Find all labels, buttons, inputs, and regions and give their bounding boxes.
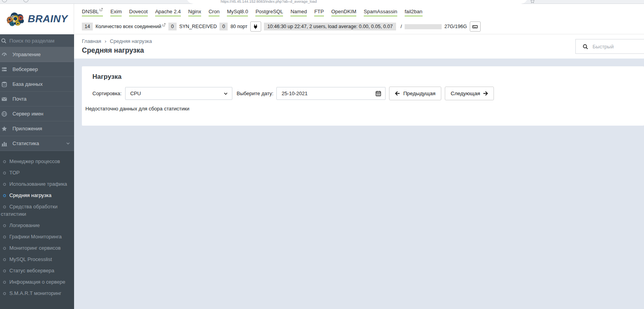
sidebar-item-mail[interactable]: Почта bbox=[0, 92, 74, 107]
brainy-logo-text: BRAINY bbox=[28, 13, 68, 25]
circle-o-icon bbox=[3, 205, 6, 209]
top-nav-link-mysql[interactable]: MySql8.0 bbox=[227, 9, 248, 16]
sidebar-subitem-label: Графики Мониторинга bbox=[9, 234, 62, 240]
connections-count-badge: 14 bbox=[82, 23, 93, 30]
page-head: Главная › Средняя нагрузка Средняя нагру… bbox=[74, 34, 644, 59]
sidebar-item-webserver[interactable]: Вебсервер bbox=[0, 62, 74, 77]
sidebar-menu: УправлениеВебсерверБаза данныхПочтаСерве… bbox=[0, 47, 74, 151]
sidebar-subitem-average-load[interactable]: Средняя нагрузка bbox=[0, 190, 74, 201]
circle-o-icon bbox=[3, 224, 6, 227]
sidebar-subitem-process-manager[interactable]: Менеджер процессов bbox=[0, 156, 74, 167]
sidebar-subitem-label: MySQL Processlist bbox=[9, 256, 52, 262]
sidebar-subitem-label: Статус вебсервера bbox=[9, 268, 54, 273]
top-nav-link-nginx[interactable]: Nginx bbox=[188, 9, 201, 16]
top-nav-link-exim[interactable]: Exim bbox=[110, 9, 122, 16]
top-nav-link-label: OpenDKIM bbox=[331, 9, 356, 14]
previous-button[interactable]: Предыдущая bbox=[389, 87, 441, 100]
globe-icon bbox=[1, 111, 7, 117]
port80-label: 80 порт bbox=[230, 24, 248, 29]
circle-o-icon bbox=[3, 183, 6, 186]
breadcrumb-current: Средняя нагрузка bbox=[110, 38, 152, 44]
header: BRAINY DNSBLEximDovecotApache 2.4NginxCr… bbox=[0, 4, 644, 34]
date-input[interactable]: 25-10-2021 bbox=[276, 87, 386, 100]
browser-address-bar[interactable]: https://45.45.144.152:8083/index.php?ab=… bbox=[186, 0, 528, 4]
content-area: Нагрузка Сортировка: CPU Выберите дату: … bbox=[74, 59, 644, 309]
top-nav-link-spamassassin[interactable]: SpamAssassin bbox=[364, 9, 397, 16]
port80-count-badge: 0 bbox=[219, 23, 228, 30]
sidebar-item-label: Вебсервер bbox=[12, 66, 38, 72]
sidebar-subitem-logging[interactable]: Логирование bbox=[0, 220, 74, 231]
circle-o-icon bbox=[3, 281, 6, 284]
chevron-down-icon bbox=[223, 91, 228, 96]
bookmark-star-icon[interactable] bbox=[530, 0, 535, 4]
brainy-logo[interactable]: BRAINY bbox=[0, 4, 74, 34]
sidebar-subitem-service-monitoring[interactable]: Мониторинг сервисов bbox=[0, 242, 74, 254]
sidebar-subitem-label: Средняя нагрузка bbox=[9, 192, 51, 198]
circle-o-icon bbox=[3, 269, 6, 273]
page-title: Средняя нагрузка bbox=[82, 46, 644, 55]
top-nav-link-label: Dovecot bbox=[129, 9, 148, 14]
sidebar-search-input[interactable] bbox=[9, 38, 68, 44]
arrow-right-icon bbox=[483, 91, 488, 96]
sidebar-search[interactable] bbox=[0, 34, 74, 47]
quick-search-input[interactable] bbox=[593, 44, 635, 50]
disk-usage-progressbar bbox=[405, 24, 442, 29]
calendar-icon bbox=[375, 91, 381, 96]
top-nav-link-dovecot[interactable]: Dovecot bbox=[129, 9, 148, 16]
sidebar-subitem-monitoring-graphs[interactable]: Графики Мониторинга bbox=[0, 231, 74, 242]
sidebar-subitem-label: Менеджер процессов bbox=[9, 158, 60, 164]
load-card: Нагрузка Сортировка: CPU Выберите дату: … bbox=[82, 66, 644, 126]
sidebar-item-statistics[interactable]: Статистика bbox=[0, 136, 74, 151]
sidebar-item-label: Сервер имен bbox=[12, 111, 43, 117]
sidebar-subitem-label: Использование трафика bbox=[9, 181, 67, 187]
card-title: Нагрузка bbox=[82, 66, 644, 81]
sidebar-subitem-smart-monitoring[interactable]: S.M.A.R.T мониторинг bbox=[0, 288, 74, 299]
connections-plug-button[interactable] bbox=[250, 21, 261, 32]
next-button[interactable]: Следующая bbox=[445, 87, 494, 100]
empty-data-message: Недостаточно данных для сбора статистики bbox=[85, 106, 644, 112]
external-link-icon bbox=[162, 23, 166, 27]
syn-count-badge: 0 bbox=[168, 23, 177, 30]
top-nav-link-named[interactable]: Named bbox=[290, 9, 307, 16]
sidebar-subitem-webserver-status[interactable]: Статус вебсервера bbox=[0, 265, 74, 276]
browser-back-icon[interactable] bbox=[2, 0, 7, 2]
top-nav-link-fail2ban[interactable]: fail2ban bbox=[405, 9, 423, 16]
sidebar-item-nameserver[interactable]: Сервер имен bbox=[0, 107, 74, 121]
sidebar-subitem-top[interactable]: TOP bbox=[0, 167, 74, 178]
sidebar-item-label: Управление bbox=[12, 52, 41, 57]
circle-o-icon bbox=[3, 247, 6, 250]
top-nav-link-dnsbl[interactable]: DNSBL bbox=[82, 9, 103, 16]
top-nav-link-label: FTP bbox=[314, 9, 324, 14]
sidebar-subitem-stats-tools[interactable]: Средства обработки статистики bbox=[0, 201, 74, 220]
top-nav-link-label: Apache 2.4 bbox=[155, 9, 181, 14]
disk-info-button[interactable] bbox=[470, 21, 481, 32]
sort-select[interactable]: CPU bbox=[125, 87, 232, 100]
sidebar: УправлениеВебсерверБаза данныхПочтаСерве… bbox=[0, 34, 74, 309]
sidebar-item-label: Приложения bbox=[12, 126, 42, 131]
top-nav-link-opendkim[interactable]: OpenDKIM bbox=[331, 9, 356, 16]
sidebar-item-apps[interactable]: Приложения bbox=[0, 121, 74, 136]
circle-o-icon bbox=[3, 160, 6, 163]
sidebar-subitem-server-info[interactable]: Информация о сервере bbox=[0, 276, 74, 288]
breadcrumb-home[interactable]: Главная bbox=[82, 38, 101, 44]
top-nav: DNSBLEximDovecotApache 2.4NginxCronMySql… bbox=[82, 9, 644, 18]
sidebar-subitem-mysql-processlist[interactable]: MySQL Processlist bbox=[0, 254, 74, 265]
sidebar-item-management[interactable]: Управление bbox=[0, 47, 74, 62]
connections-label[interactable]: Количество всех соединений bbox=[96, 24, 166, 29]
sidebar-subitem-traffic-usage[interactable]: Использование трафика bbox=[0, 178, 74, 190]
circle-o-icon bbox=[3, 258, 6, 261]
top-nav-link-ftp[interactable]: FTP bbox=[314, 9, 324, 16]
sidebar-item-database[interactable]: База данных bbox=[0, 77, 74, 92]
sidebar-submenu: Менеджер процессовTOPИспользование трафи… bbox=[0, 151, 74, 309]
server-icon bbox=[1, 66, 7, 73]
circle-o-icon bbox=[3, 235, 6, 239]
browser-reload-icon[interactable] bbox=[23, 0, 28, 2]
disk-mount-label: / bbox=[400, 24, 402, 29]
top-nav-link-postgresql[interactable]: PostgreSQL bbox=[255, 9, 283, 16]
brainy-logo-gears-icon bbox=[6, 10, 26, 28]
top-nav-link-cron[interactable]: Cron bbox=[209, 9, 219, 16]
sidebar-subitem-label: Логирование bbox=[9, 222, 40, 228]
quick-search-box[interactable] bbox=[575, 39, 644, 54]
top-nav-link-label: Nginx bbox=[188, 9, 201, 14]
top-nav-link-apache[interactable]: Apache 2.4 bbox=[155, 9, 181, 16]
